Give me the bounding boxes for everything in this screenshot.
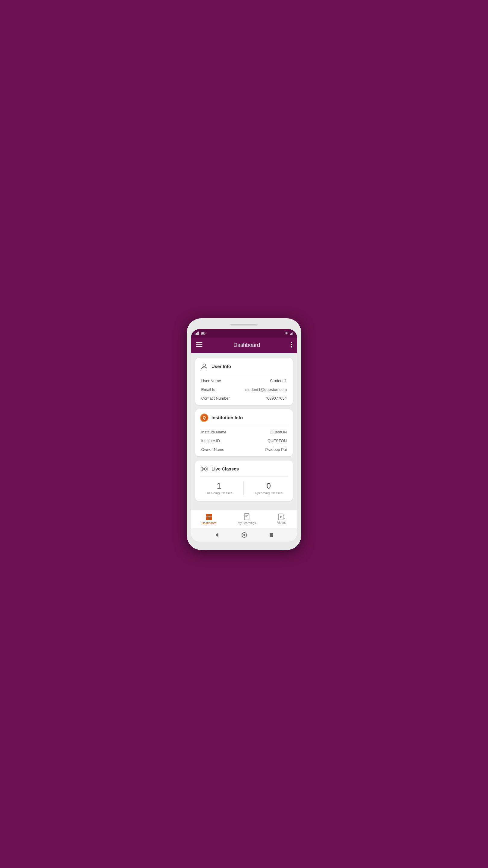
svg-rect-7: [196, 342, 202, 343]
user-info-card: User Info User Name Student 1 Email Id s…: [195, 358, 293, 405]
nav-item-videos[interactable]: Videos: [277, 514, 286, 524]
svg-point-12: [291, 346, 292, 347]
app-bar-title: Dashboard: [233, 342, 260, 348]
contact-label: Contact Number: [201, 396, 230, 401]
user-info-title: User Info: [212, 364, 231, 369]
svg-rect-17: [206, 517, 209, 520]
svg-rect-9: [196, 346, 202, 347]
dashboard-icon: [205, 513, 213, 521]
table-row: Owner Name Pradeep Pai: [195, 445, 293, 454]
institution-info-card: Q Institution Info Institute Name QuestO…: [195, 409, 293, 456]
user-info-header: User Info: [195, 358, 293, 374]
system-nav-bar: [191, 528, 297, 541]
upcoming-stat: 0 Upcoming Classes: [255, 481, 283, 495]
app-bar: Dashboard: [191, 338, 297, 353]
owner-name-label: Owner Name: [201, 447, 224, 452]
institution-info-title: Institution Info: [212, 415, 243, 420]
more-options-icon[interactable]: [291, 342, 292, 349]
institute-id-label: Institute ID: [201, 438, 220, 443]
my-learnings-icon: [243, 513, 250, 521]
svg-rect-5: [205, 333, 206, 334]
recents-button[interactable]: [269, 532, 274, 537]
svg-rect-27: [270, 533, 273, 537]
stats-divider: [243, 481, 244, 495]
svg-point-14: [203, 468, 205, 470]
user-info-rows: User Name Student 1 Email Id student1@qu…: [195, 374, 293, 405]
svg-rect-18: [209, 517, 212, 520]
ongoing-label: On Going Classes: [205, 491, 232, 495]
email-value: student1@queston.com: [245, 387, 287, 392]
dashboard-nav-label: Dashboard: [201, 521, 216, 525]
svg-rect-6: [201, 333, 204, 334]
live-classes-header: Live Classes: [195, 461, 293, 476]
status-right-icons: [284, 332, 293, 335]
upcoming-count: 0: [255, 481, 283, 491]
institute-name-value: QuestON: [270, 430, 287, 434]
svg-marker-24: [216, 533, 218, 537]
phone-frame: Dashboard: [187, 318, 301, 550]
back-button[interactable]: [214, 532, 220, 538]
ongoing-count: 1: [205, 481, 232, 491]
phone-bottom-bar: [191, 541, 297, 545]
phone-speaker: [230, 324, 258, 326]
svg-line-23: [284, 518, 285, 519]
bottom-navigation: Dashboard My Learnings: [191, 510, 297, 528]
live-classes-stats: 1 On Going Classes 0 Upcoming Classes: [195, 476, 293, 501]
table-row: Email Id student1@queston.com: [195, 385, 293, 394]
institution-info-header: Q Institution Info: [195, 409, 293, 425]
svg-rect-0: [195, 334, 195, 335]
home-button[interactable]: [241, 532, 247, 538]
network-icon: [195, 332, 199, 335]
svg-rect-1: [196, 333, 197, 335]
battery-icon: [201, 332, 205, 335]
upcoming-label: Upcoming Classes: [255, 491, 283, 495]
status-left-icons: [195, 332, 205, 335]
nav-item-my-learnings[interactable]: My Learnings: [238, 513, 256, 525]
svg-point-13: [203, 364, 206, 367]
svg-rect-3: [198, 332, 199, 335]
live-classes-icon: [200, 465, 208, 473]
table-row: User Name Student 1: [195, 376, 293, 385]
user-icon: [200, 362, 208, 371]
svg-rect-2: [197, 332, 198, 335]
svg-rect-15: [206, 514, 209, 517]
institute-id-value: QUESTON: [267, 438, 287, 443]
table-row: Contact Number 7639077654: [195, 394, 293, 403]
hamburger-icon[interactable]: [196, 342, 202, 348]
svg-point-11: [291, 344, 292, 345]
username-label: User Name: [201, 378, 221, 383]
institution-info-rows: Institute Name QuestON Institute ID QUES…: [195, 425, 293, 456]
table-row: Institute Name QuestON: [195, 428, 293, 436]
live-classes-card: Live Classes 1 On Going Classes 0 Upcomi…: [195, 461, 293, 501]
status-bar: [191, 329, 297, 338]
table-row: Institute ID QUESTON: [195, 436, 293, 445]
svg-rect-16: [209, 514, 212, 517]
svg-rect-8: [196, 344, 202, 345]
live-classes-title: Live Classes: [212, 466, 239, 471]
ongoing-stat: 1 On Going Classes: [205, 481, 232, 495]
institute-name-label: Institute Name: [201, 430, 227, 434]
videos-nav-label: Videos: [277, 521, 286, 524]
my-learnings-nav-label: My Learnings: [238, 521, 256, 525]
svg-point-10: [291, 342, 292, 343]
svg-point-26: [243, 534, 245, 536]
videos-icon: [278, 514, 285, 520]
svg-marker-21: [280, 516, 282, 518]
content-area: User Info User Name Student 1 Email Id s…: [191, 353, 297, 510]
contact-value: 7639077654: [265, 396, 287, 401]
signal-icon: [290, 332, 293, 335]
username-value: Student 1: [270, 378, 287, 383]
institution-q-icon: Q: [200, 413, 208, 422]
nav-item-dashboard[interactable]: Dashboard: [201, 513, 216, 525]
svg-line-22: [284, 515, 285, 516]
phone-screen: Dashboard: [191, 329, 297, 541]
email-label: Email Id: [201, 387, 216, 392]
wifi-icon: [284, 332, 289, 335]
owner-name-value: Pradeep Pai: [265, 447, 287, 452]
